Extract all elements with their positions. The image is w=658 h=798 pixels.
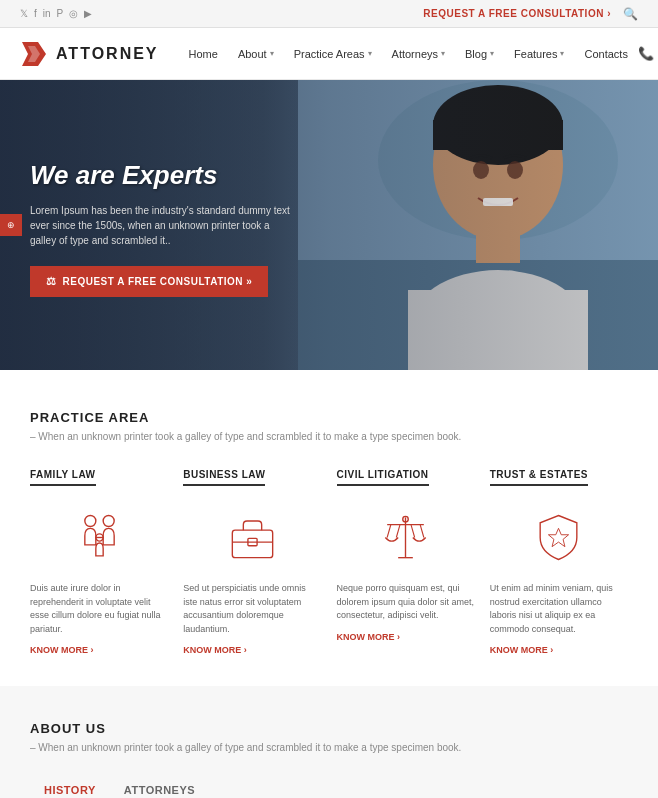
family-icon <box>72 510 127 565</box>
know-more-trust[interactable]: KNOW MORE › <box>490 645 554 655</box>
practice-icon-civil <box>337 502 475 572</box>
hero-button-label: REQUEST A FREE CONSULTATION » <box>63 276 253 287</box>
phone-icon: 📞 <box>638 46 654 61</box>
hero-content: We are Experts Lorem Ipsum has been the … <box>30 160 290 297</box>
side-icon[interactable]: ⊕ <box>0 214 22 236</box>
nav-item-about[interactable]: About ▾ <box>228 28 284 80</box>
search-icon[interactable]: 🔍 <box>623 7 638 21</box>
linkedin-icon[interactable]: in <box>43 8 51 19</box>
svg-line-25 <box>411 524 415 537</box>
logo-text: ATTORNEY <box>56 45 159 63</box>
consultation-icon: ⚖ <box>46 275 57 288</box>
know-more-family[interactable]: KNOW MORE › <box>30 645 94 655</box>
svg-point-15 <box>103 515 114 526</box>
svg-rect-18 <box>232 530 272 558</box>
twitter-icon[interactable]: 𝕏 <box>20 8 28 19</box>
nav-item-contacts[interactable]: Contacts <box>574 28 637 80</box>
practice-item-civil: CIVIL LITIGATION <box>337 467 475 656</box>
about-section-label: ABOUT US <box>30 721 628 736</box>
hero-section: ⊕ We are Experts Lorem Ipsum has been th… <box>0 80 658 370</box>
practice-title-family: FAMILY LAW <box>30 469 96 486</box>
logo[interactable]: ATTORNEY <box>20 40 159 68</box>
practice-desc-family: Duis aute irure dolor in reprehenderit i… <box>30 582 168 636</box>
navbar: ATTORNEY Home About ▾ Practice Areas ▾ A… <box>0 28 658 80</box>
tab-attorneys[interactable]: ATTORNEYS <box>110 778 209 798</box>
know-more-business[interactable]: KNOW MORE › <box>183 645 247 655</box>
shield-icon <box>531 510 586 565</box>
facebook-icon[interactable]: f <box>34 8 37 19</box>
scales-icon <box>378 510 433 565</box>
nav-menu: Home About ▾ Practice Areas ▾ Attorneys … <box>179 28 638 80</box>
practice-item-trust: TRUST & ESTATES Ut enim ad minim veniam,… <box>490 467 628 656</box>
practice-subtitle: – When an unknown printer took a galley … <box>30 431 628 442</box>
practice-icon-business <box>183 502 321 572</box>
practice-title-civil: CIVIL LITIGATION <box>337 469 429 486</box>
nav-item-home[interactable]: Home <box>179 28 228 80</box>
practice-section-label: PRACTICE AREA <box>30 410 628 425</box>
practice-desc-trust: Ut enim ad minim veniam, quis nostrud ex… <box>490 582 628 636</box>
practice-title-trust: TRUST & ESTATES <box>490 469 588 486</box>
top-right: REQUEST A FREE CONSULTATION › 🔍 <box>423 7 638 21</box>
chevron-down-icon: ▾ <box>270 49 274 58</box>
youtube-icon[interactable]: ▶ <box>84 8 92 19</box>
svg-point-14 <box>84 515 95 526</box>
practice-item-business: BUSINESS LAW Sed ut perspiciatis unde om… <box>183 467 321 656</box>
chevron-down-icon: ▾ <box>368 49 372 58</box>
svg-line-24 <box>396 524 400 537</box>
tab-history[interactable]: HISTORY <box>30 778 110 798</box>
practice-desc-civil: Neque porro quisquam est, qui dolorem ip… <box>337 582 475 623</box>
briefcase-icon <box>225 510 280 565</box>
practice-section: PRACTICE AREA – When an unknown printer … <box>0 370 658 686</box>
consultation-link[interactable]: REQUEST A FREE CONSULTATION › <box>423 8 611 19</box>
nav-item-blog[interactable]: Blog ▾ <box>455 28 504 80</box>
nav-item-attorneys[interactable]: Attorneys ▾ <box>382 28 455 80</box>
logo-icon <box>20 40 48 68</box>
about-tabs: HISTORY ATTORNEYS <box>30 778 628 798</box>
practice-item-family: FAMILY LAW Duis aute irure dolor in repr… <box>30 467 168 656</box>
know-more-civil[interactable]: KNOW MORE › <box>337 632 401 642</box>
practice-title-business: BUSINESS LAW <box>183 469 265 486</box>
chevron-down-icon: ▾ <box>490 49 494 58</box>
top-bar: 𝕏 f in P ◎ ▶ REQUEST A FREE CONSULTATION… <box>0 0 658 28</box>
practice-grid: FAMILY LAW Duis aute irure dolor in repr… <box>30 467 628 656</box>
nav-phone: 📞 1 (888) 123 4567 <box>638 26 658 82</box>
social-icons: 𝕏 f in P ◎ ▶ <box>20 8 92 19</box>
practice-desc-business: Sed ut perspiciatis unde omnis iste natu… <box>183 582 321 636</box>
nav-item-practice[interactable]: Practice Areas ▾ <box>284 28 382 80</box>
hero-title: We are Experts <box>30 160 290 191</box>
about-section: ABOUT US – When an unknown printer took … <box>0 686 658 798</box>
hero-text: Lorem Ipsum has been the industry's stan… <box>30 203 290 248</box>
practice-icon-trust <box>490 502 628 572</box>
practice-icon-family <box>30 502 168 572</box>
hero-consultation-button[interactable]: ⚖ REQUEST A FREE CONSULTATION » <box>30 266 268 297</box>
pinterest-icon[interactable]: P <box>57 8 64 19</box>
nav-item-features[interactable]: Features ▾ <box>504 28 574 80</box>
svg-line-23 <box>387 524 391 537</box>
instagram-icon[interactable]: ◎ <box>69 8 78 19</box>
about-subtitle: – When an unknown printer took a galley … <box>30 742 628 753</box>
chevron-down-icon: ▾ <box>560 49 564 58</box>
svg-line-26 <box>420 524 424 537</box>
chevron-down-icon: ▾ <box>441 49 445 58</box>
